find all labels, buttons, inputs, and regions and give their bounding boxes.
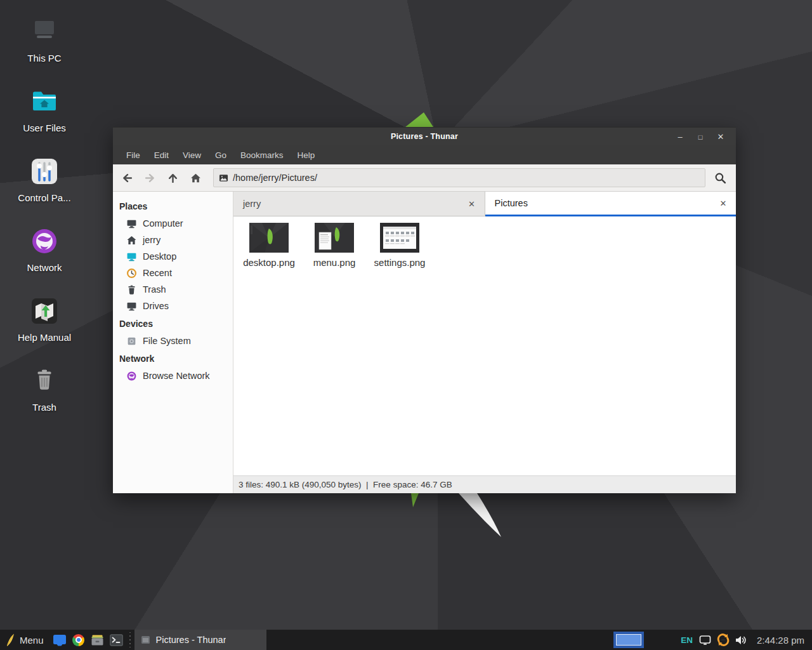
file-manager-icon bbox=[53, 633, 67, 646]
image-file-icon bbox=[219, 173, 228, 183]
desktop-icon-user-files[interactable]: User Files bbox=[11, 84, 77, 154]
launcher-terminal[interactable] bbox=[107, 630, 126, 650]
browse-network-icon bbox=[126, 371, 137, 381]
tab-jerry[interactable]: jerry ✕ bbox=[233, 192, 485, 216]
desktop-png-thumbnail bbox=[249, 223, 289, 253]
window-title: Pictures - Thunar bbox=[113, 132, 736, 141]
sidebar-item-computer[interactable]: Computer bbox=[113, 215, 233, 232]
workspace-1[interactable] bbox=[616, 634, 641, 646]
file-name: desktop.png bbox=[243, 257, 295, 268]
desktop-icon-control-panel[interactable]: Control Pa... bbox=[11, 154, 77, 223]
close-tab-icon[interactable]: ✕ bbox=[466, 197, 478, 210]
minimize-button[interactable]: – bbox=[670, 128, 690, 146]
file-name: settings.png bbox=[374, 257, 426, 268]
sidebar-item-label: Computer bbox=[143, 218, 183, 229]
sidebar-item-jerry[interactable]: jerry bbox=[113, 232, 233, 248]
maximize-button[interactable]: □ bbox=[690, 128, 710, 146]
computer-icon bbox=[126, 218, 137, 229]
up-arrow-icon bbox=[167, 173, 178, 183]
close-tab-icon[interactable]: ✕ bbox=[717, 197, 730, 209]
file-item-desktop-png[interactable]: desktop.png bbox=[237, 220, 301, 268]
file-item-menu-png[interactable]: menu.png bbox=[303, 220, 366, 268]
launcher-chrome[interactable] bbox=[69, 630, 88, 650]
home-icon bbox=[126, 235, 137, 246]
thunar-window: Pictures - Thunar – □ ✕ File Edit View G… bbox=[113, 127, 736, 493]
terminal-icon bbox=[110, 634, 123, 646]
volume-tray-button[interactable] bbox=[734, 633, 748, 647]
update-manager-tray-button[interactable] bbox=[716, 633, 730, 647]
thunar-window-icon bbox=[141, 635, 150, 644]
menu-bookmarks[interactable]: Bookmarks bbox=[233, 145, 291, 164]
menu-button[interactable]: Menu bbox=[0, 630, 50, 650]
this-pc-icon bbox=[29, 17, 60, 47]
status-text: 3 files: 490.1 kB (490,050 bytes) | Free… bbox=[239, 480, 452, 489]
sidebar-item-trash[interactable]: Trash bbox=[113, 281, 233, 298]
sidebar-item-label: File System bbox=[143, 336, 191, 346]
keyboard-layout-indicator[interactable]: EN bbox=[681, 635, 693, 645]
up-button[interactable] bbox=[161, 167, 184, 189]
launcher-archive-manager[interactable] bbox=[88, 630, 107, 650]
path-input[interactable] bbox=[233, 173, 700, 183]
taskbar: Menu Pictures - Thunar bbox=[0, 630, 812, 650]
menu-edit[interactable]: Edit bbox=[147, 145, 176, 164]
sidebar-item-browse-network[interactable]: Browse Network bbox=[113, 368, 233, 384]
workspace-switcher[interactable] bbox=[613, 632, 644, 648]
desktop-icon-this-pc[interactable]: This PC bbox=[11, 14, 77, 84]
sidebar-item-desktop[interactable]: Desktop bbox=[113, 248, 233, 265]
linux-lite-feather-icon bbox=[5, 633, 15, 647]
sidebar-item-label: Trash bbox=[143, 284, 166, 295]
menu-png-thumbnail bbox=[315, 223, 354, 253]
display-icon bbox=[699, 635, 711, 646]
file-name: menu.png bbox=[313, 257, 356, 268]
sidebar-item-file-system[interactable]: File System bbox=[113, 333, 233, 349]
sidebar-item-drives[interactable]: Drives bbox=[113, 298, 233, 314]
control-panel-icon bbox=[29, 156, 60, 187]
file-item-settings-png[interactable]: settings.png bbox=[368, 220, 431, 268]
recent-clock-icon bbox=[126, 268, 137, 279]
back-arrow-icon bbox=[122, 173, 133, 183]
tab-bar: jerry ✕ Pictures ✕ bbox=[233, 192, 736, 216]
back-button[interactable] bbox=[115, 167, 138, 189]
menu-button-label: Menu bbox=[20, 635, 44, 646]
file-system-icon bbox=[126, 336, 137, 347]
tab-label: Pictures bbox=[495, 198, 717, 208]
menu-help[interactable]: Help bbox=[291, 145, 322, 164]
desktop-icon-network[interactable]: Network bbox=[11, 223, 77, 293]
desktop-icon-help-manual[interactable]: Help Manual bbox=[11, 293, 77, 363]
system-tray: EN 2:44:28 pm bbox=[681, 633, 812, 647]
desktop-wallpaper: This PC User Files bbox=[0, 0, 812, 630]
search-button[interactable] bbox=[708, 167, 732, 189]
chrome-icon bbox=[72, 634, 84, 646]
home-button[interactable] bbox=[184, 167, 207, 189]
path-bar bbox=[213, 168, 705, 187]
close-button[interactable]: ✕ bbox=[710, 128, 731, 146]
desktop-icon-label: User Files bbox=[23, 123, 66, 133]
desktop-icon-label: Network bbox=[27, 262, 62, 273]
taskbar-clock[interactable]: 2:44:28 pm bbox=[752, 635, 812, 646]
trash-icon bbox=[126, 284, 137, 295]
menubar: File Edit View Go Bookmarks Help bbox=[113, 145, 736, 164]
panel-separator-handle[interactable] bbox=[128, 632, 133, 647]
taskbar-window-button[interactable]: Pictures - Thunar bbox=[134, 630, 266, 650]
window-titlebar[interactable]: Pictures - Thunar – □ ✕ bbox=[113, 127, 736, 145]
settings-png-thumbnail bbox=[380, 223, 419, 253]
trash-icon bbox=[29, 366, 60, 396]
tab-pictures[interactable]: Pictures ✕ bbox=[485, 192, 737, 216]
menu-view[interactable]: View bbox=[176, 145, 208, 164]
launcher-file-manager[interactable] bbox=[50, 630, 69, 650]
user-files-icon bbox=[29, 86, 60, 117]
sidebar-item-recent[interactable]: Recent bbox=[113, 265, 233, 281]
display-tray-button[interactable] bbox=[698, 633, 712, 647]
file-view[interactable]: desktop.png bbox=[233, 216, 736, 475]
sidebar-header-devices: Devices bbox=[113, 314, 233, 333]
menu-file[interactable]: File bbox=[119, 145, 147, 164]
help-manual-icon bbox=[29, 296, 60, 326]
desktop-icon-trash[interactable]: Trash bbox=[11, 363, 77, 433]
drives-icon bbox=[126, 301, 137, 312]
forward-button[interactable] bbox=[138, 167, 161, 189]
sidebar-item-label: Desktop bbox=[143, 251, 176, 262]
desktop-icon-label: Trash bbox=[32, 402, 56, 413]
desktop-icon-list: This PC User Files bbox=[11, 14, 77, 433]
menu-go[interactable]: Go bbox=[208, 145, 233, 164]
sidebar-item-label: jerry bbox=[143, 235, 160, 245]
